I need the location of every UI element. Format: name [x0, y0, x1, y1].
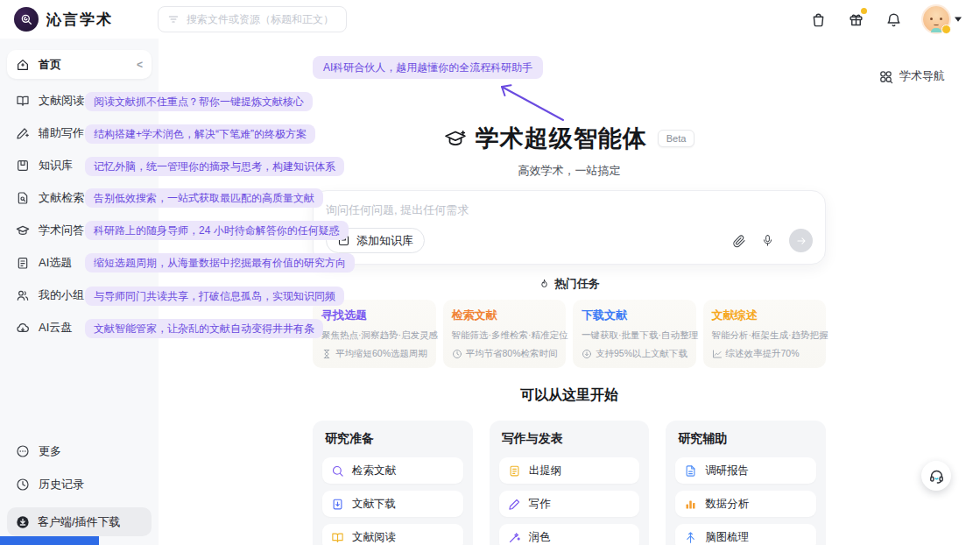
start-item-literature-download[interactable]: 文献下载 — [322, 491, 463, 517]
task-stat: 支持95%以上文献下载 — [596, 348, 687, 360]
user-menu[interactable] — [923, 6, 962, 32]
file-download-icon — [331, 498, 344, 511]
start-item-survey-report[interactable]: 调研报告 — [675, 457, 816, 484]
sidebar-item-label: 文献检索 — [39, 190, 84, 206]
ask-input[interactable] — [326, 203, 813, 216]
grad-cap-icon — [444, 127, 467, 150]
task-desc: 聚焦热点·洞察趋势·启发灵感 — [321, 329, 427, 342]
global-search[interactable] — [158, 6, 347, 32]
doc-lines-icon — [508, 464, 521, 478]
send-button[interactable] — [789, 229, 813, 252]
task-stat: 平均缩短60%选题周期 — [335, 348, 427, 360]
cloud-icon — [16, 321, 30, 335]
clock-icon — [452, 349, 462, 359]
history-clock-icon — [16, 478, 30, 492]
sidebar-item-more[interactable]: 更多 — [16, 441, 143, 462]
sidebar-tooltip: 缩短选题周期，从海量数据中挖掘最有价值的研究方向 — [85, 253, 355, 272]
sidebar-item-label: 客户端/插件下载 — [38, 514, 121, 530]
mindmap-icon — [684, 531, 697, 544]
avatar — [923, 6, 949, 32]
task-title: 下载文献 — [582, 308, 687, 323]
top-bar: 沁言学术 — [0, 0, 980, 39]
download-circle-icon — [16, 515, 30, 529]
academic-navigation-label: 学术导航 — [899, 68, 945, 84]
task-desc: 一键获取·批量下载·自动整理 — [582, 329, 687, 342]
search-input[interactable] — [187, 13, 337, 25]
headset-icon — [928, 468, 945, 485]
sidebar-item-label: 更多 — [39, 443, 61, 459]
ellipsis-circle-icon — [16, 444, 30, 458]
gift-badge-dot — [861, 8, 867, 14]
academic-navigation-link[interactable]: 学术导航 — [878, 68, 945, 84]
pen-icon — [16, 126, 30, 140]
sidebar-item-client-download[interactable]: 客户端/插件下载 — [7, 507, 152, 536]
sidebar-item-home[interactable]: 首页 < — [7, 50, 152, 79]
book-open-icon — [16, 94, 30, 108]
trend-chart-icon — [712, 349, 723, 359]
sidebar-tooltip: 记忆外脑，统一管理你的摘录与思考，构建知识体系 — [85, 157, 344, 176]
sidebar-collapse-icon[interactable]: < — [137, 60, 143, 70]
start-item-literature-reading[interactable]: 文献阅读 — [322, 524, 463, 545]
sidebar-item-label: 知识库 — [39, 158, 73, 173]
shop-bag-icon[interactable] — [810, 11, 827, 28]
add-knowledge-base-label: 添加知识库 — [356, 233, 413, 249]
magic-wand-icon — [508, 531, 521, 544]
start-item-search-literature[interactable]: 检索文献 — [322, 457, 463, 484]
bell-icon[interactable] — [885, 11, 902, 28]
sidebar-item-label: 首页 — [39, 57, 61, 73]
sidebar-item-label: 我的小组 — [39, 287, 84, 303]
task-desc: 智能筛选·多维检索·精准定位 — [452, 329, 558, 342]
ask-card: 添加知识库 — [313, 190, 826, 265]
start-item-polish[interactable]: 润色 — [499, 524, 640, 545]
start-item-mindmap[interactable]: 脑图梳理 — [675, 524, 816, 545]
column-research-assist: 研究辅助 调研报告 数据分析 脑图梳理 研究设 — [666, 421, 826, 545]
sidebar-tooltip: 结构搭建+学术润色，解决“下笔难”的终极方案 — [85, 124, 315, 144]
start-columns: 研究准备 检索文献 文献下载 文献阅读 选题 — [313, 421, 826, 545]
hero-tooltip: AI科研合伙人，越用越懂你的全流程科研助手 — [313, 56, 543, 79]
task-card-find-topic[interactable]: 寻找选题 聚焦热点·洞察趋势·启发灵感 平均缩短60%选题周期 — [313, 300, 436, 368]
member-badge — [941, 25, 951, 34]
book-open-icon — [331, 531, 344, 544]
task-stat: 综述效率提升70% — [726, 348, 800, 360]
start-here-heading: 可以从这里开始 — [313, 386, 826, 405]
sidebar-tooltip: 文献智能管家，让杂乱的文献自动变得井井有条 — [85, 319, 323, 338]
sidebar-tooltip: 科研路上的随身导师，24 小时待命解答你的任何疑惑 — [85, 221, 349, 240]
grid-search-icon — [878, 69, 893, 84]
sidebar-tooltip: 与导师同门共读共享，打破信息孤岛，实现知识同频 — [85, 287, 344, 306]
hot-tasks-heading: 热门任务 — [313, 276, 826, 292]
microphone-icon[interactable] — [761, 234, 774, 247]
attachment-icon[interactable] — [732, 234, 746, 248]
report-doc-icon — [684, 464, 697, 478]
sidebar-footer: 更多 历史记录 客户端/插件下载 — [7, 441, 152, 536]
sidebar-item-label: 学术问答 — [39, 223, 84, 238]
beta-badge: Beta — [658, 130, 695, 147]
task-title: 文献综述 — [712, 308, 818, 323]
customer-service-button[interactable] — [921, 461, 951, 491]
grad-cap-icon — [16, 223, 30, 237]
search-icon — [331, 464, 344, 478]
task-card-download-literature[interactable]: 下载文献 一键获取·批量下载·自动整理 支持95%以上文献下载 — [573, 300, 696, 368]
task-card-literature-review[interactable]: 文献综述 智能分析·框架生成·趋势把握 综述效率提升70% — [703, 300, 827, 368]
start-item-outline[interactable]: 出提纲 — [499, 457, 640, 484]
chevron-down-icon — [954, 16, 962, 23]
flame-icon — [539, 279, 550, 290]
sidebar-item-history[interactable]: 历史记录 — [16, 474, 143, 495]
column-title: 研究辅助 — [678, 431, 816, 447]
brand[interactable]: 沁言学术 — [14, 7, 158, 32]
task-desc: 智能分析·框架生成·趋势把握 — [712, 329, 818, 342]
task-card-search-literature[interactable]: 检索文献 智能筛选·多维检索·精准定位 平均节省80%检索时间 — [443, 300, 567, 368]
bar-chart-icon — [684, 498, 697, 511]
gift-icon[interactable] — [848, 11, 864, 28]
sidebar-item-label: 历史记录 — [39, 477, 84, 492]
start-item-writing[interactable]: 写作 — [499, 491, 640, 517]
start-item-data-analysis[interactable]: 数据分析 — [675, 491, 816, 517]
archive-icon — [16, 159, 30, 173]
sidebar-item-label: 文献阅读 — [39, 93, 84, 109]
brand-logo-icon — [14, 7, 39, 32]
sidebar-tooltip: 阅读文献抓不住重点？帮你一键提炼文献核心 — [85, 92, 313, 111]
column-title: 研究准备 — [325, 431, 463, 447]
sidebar-item-label: AI选题 — [39, 255, 72, 271]
pen-icon — [508, 498, 521, 511]
column-title: 写作与发表 — [502, 431, 640, 447]
download-circle-icon — [582, 349, 592, 359]
